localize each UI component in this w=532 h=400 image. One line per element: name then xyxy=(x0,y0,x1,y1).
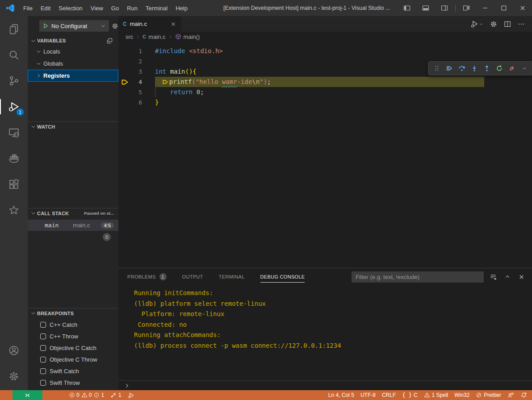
activity-source-control-button[interactable] xyxy=(0,68,28,94)
breakpoint-checkbox[interactable] xyxy=(40,380,46,386)
step-out-button[interactable] xyxy=(481,62,493,74)
panel-tab-output[interactable]: OUTPUT xyxy=(182,268,203,285)
menu-run[interactable]: Run xyxy=(123,0,142,16)
maximize-panel-button[interactable] xyxy=(504,274,511,280)
breadcrumb-symbol[interactable]: main() xyxy=(184,33,200,40)
code-line-5[interactable]: 5 return 0; xyxy=(118,87,532,97)
call-stack-section-header[interactable]: CALL STACK Paused on st... xyxy=(28,208,118,218)
continue-button[interactable] xyxy=(443,62,456,74)
code-text[interactable]: return 0; xyxy=(155,87,532,97)
breakpoint-margin[interactable] xyxy=(118,67,132,77)
activity-docker-button[interactable] xyxy=(0,146,28,171)
breakpoint-checkbox[interactable] xyxy=(40,345,46,351)
activity-files-button[interactable] xyxy=(0,16,28,42)
breakpoint-c-throw[interactable]: C++ Throw xyxy=(28,330,118,342)
code-line-4[interactable]: 4 printf("hello wamr-ide\n"); xyxy=(118,77,532,87)
step-over-button[interactable] xyxy=(456,62,468,74)
panel-tab-terminal[interactable]: TERMINAL xyxy=(219,268,245,285)
breakpoint-swift-throw[interactable]: Swift Throw xyxy=(28,377,118,388)
formatter-status[interactable]: Prettier xyxy=(473,390,504,400)
close-window-button[interactable] xyxy=(513,0,532,16)
code-line-1[interactable]: 1#include <stdio.h> xyxy=(118,46,532,56)
customize-layout-button[interactable] xyxy=(457,0,476,16)
minimize-button[interactable] xyxy=(476,0,494,16)
editor-settings-button[interactable] xyxy=(490,21,497,28)
breakpoint-checkbox[interactable] xyxy=(40,368,46,374)
console-input-row[interactable] xyxy=(118,380,532,390)
code-text[interactable]: printf("hello wamr-ide\n"); xyxy=(155,77,532,87)
layout-sidebar-right-button[interactable] xyxy=(435,0,454,16)
menu-selection[interactable]: Selection xyxy=(54,0,86,16)
variables-item-locals[interactable]: Locals xyxy=(28,46,118,58)
breadcrumb-src[interactable]: src xyxy=(126,33,133,40)
language-mode[interactable]: { } C xyxy=(399,390,420,400)
breakpoint-margin[interactable] xyxy=(118,56,132,67)
restart-button[interactable] xyxy=(493,62,506,74)
run-or-debug-button[interactable] xyxy=(471,20,483,28)
variables-item-globals[interactable]: Globals xyxy=(28,58,118,70)
breakpoint-checkbox[interactable] xyxy=(40,333,46,339)
breakpoint-checkbox[interactable] xyxy=(40,322,46,328)
menu-edit[interactable]: Edit xyxy=(37,0,54,16)
variables-section-header[interactable]: VARIABLES xyxy=(28,36,118,46)
breakpoint-objective-c-throw[interactable]: Objective C Throw xyxy=(28,354,118,365)
activity-settings-gear-button[interactable] xyxy=(0,363,28,389)
debug-config-dropdown[interactable]: No Configurat xyxy=(39,20,109,32)
more-actions-button[interactable] xyxy=(518,21,525,28)
breakpoint-checkbox[interactable] xyxy=(40,357,46,362)
close-tab-button[interactable] xyxy=(170,21,176,27)
breakpoint-c-catch[interactable]: C++ Catch xyxy=(28,319,118,330)
breakpoint-margin[interactable] xyxy=(118,87,132,97)
platform-indicator[interactable]: Win32 xyxy=(451,390,473,400)
drag-grip-button[interactable] xyxy=(431,62,443,74)
menu-go[interactable]: Go xyxy=(107,0,123,16)
debug-settings-button[interactable] xyxy=(112,23,118,29)
feedback-button[interactable] xyxy=(504,390,517,400)
panel-tab-debug-console[interactable]: DEBUG CONSOLE xyxy=(260,268,305,285)
activity-extensions-button[interactable] xyxy=(0,171,28,197)
activity-account-button[interactable] xyxy=(0,338,28,363)
breakpoint-margin[interactable] xyxy=(118,77,132,87)
menu-terminal[interactable]: Terminal xyxy=(142,0,172,16)
activity-star-button[interactable] xyxy=(0,197,28,223)
menu-view[interactable]: View xyxy=(87,0,107,16)
split-editor-button[interactable] xyxy=(504,21,511,28)
encoding-indicator[interactable]: UTF-8 xyxy=(357,390,379,400)
activity-search-button[interactable] xyxy=(0,42,28,68)
code-text[interactable]: } xyxy=(155,97,532,108)
panel-tab-problems[interactable]: PROBLEMS1 xyxy=(127,268,167,285)
breakpoint-margin[interactable] xyxy=(118,46,132,56)
breakpoint-margin[interactable] xyxy=(118,97,132,108)
console-filter-input[interactable] xyxy=(352,271,484,283)
activity-debug-button[interactable]: 1 xyxy=(0,94,28,120)
disconnect-button[interactable] xyxy=(506,62,518,74)
remote-indicator[interactable] xyxy=(13,390,42,400)
notifications-bell[interactable] xyxy=(517,390,530,400)
breakpoint-objective-c-catch[interactable]: Objective C Catch xyxy=(28,342,118,354)
close-panel-button[interactable] xyxy=(518,274,525,280)
code-editor[interactable]: 1#include <stdio.h>23int main(){4 printf… xyxy=(118,42,532,268)
menu-help[interactable]: Help xyxy=(172,0,192,16)
maximize-button[interactable] xyxy=(494,0,513,16)
clear-console-button[interactable] xyxy=(490,273,497,280)
code-line-6[interactable]: 6} xyxy=(118,97,532,108)
watch-section-header[interactable]: WATCH xyxy=(28,121,118,131)
step-into-button[interactable] xyxy=(468,62,481,74)
variables-item-registers[interactable]: Registers xyxy=(28,70,118,82)
code-text[interactable]: #include <stdio.h> xyxy=(155,46,532,56)
activity-remote-explorer-button[interactable] xyxy=(0,120,28,146)
layout-sidebar-left-button[interactable] xyxy=(398,0,416,16)
eol-indicator[interactable]: CRLF xyxy=(379,390,399,400)
breakpoint-swift-catch[interactable]: Swift Catch xyxy=(28,365,118,377)
debug-status[interactable] xyxy=(125,390,138,400)
breakpoints-section-header[interactable]: BREAKPOINTS xyxy=(28,308,118,318)
chevron-down-button[interactable] xyxy=(518,62,531,74)
breadcrumb-file[interactable]: main.c xyxy=(148,33,165,40)
layout-panel-button[interactable] xyxy=(416,0,435,16)
stack-frame-row[interactable]: main main.c 4:5 xyxy=(28,220,118,231)
cursor-position[interactable]: Ln 4, Col 5 xyxy=(325,390,357,400)
spell-status[interactable]: 1 Spell xyxy=(421,390,452,400)
menu-file[interactable]: File xyxy=(19,0,37,16)
problems-status[interactable]: 0 0 1 xyxy=(66,390,107,400)
tab-main-c[interactable]: C main.c xyxy=(118,16,181,32)
